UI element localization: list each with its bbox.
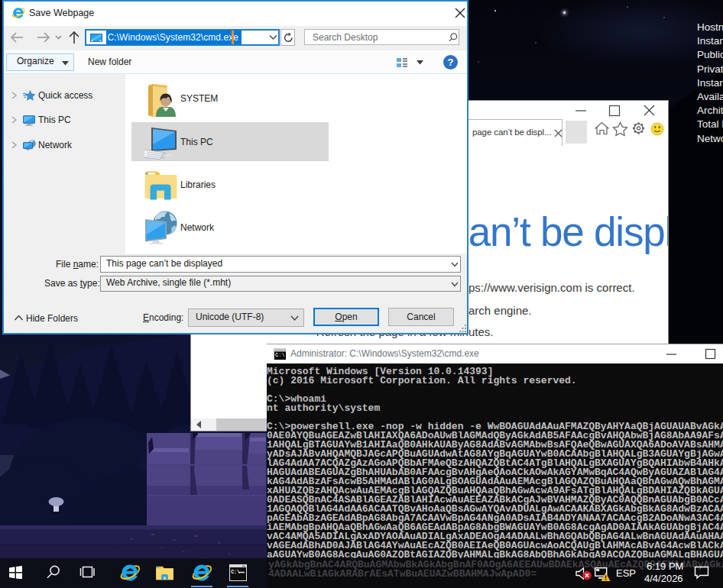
svg-text:C:\: C:\ [275,352,285,358]
